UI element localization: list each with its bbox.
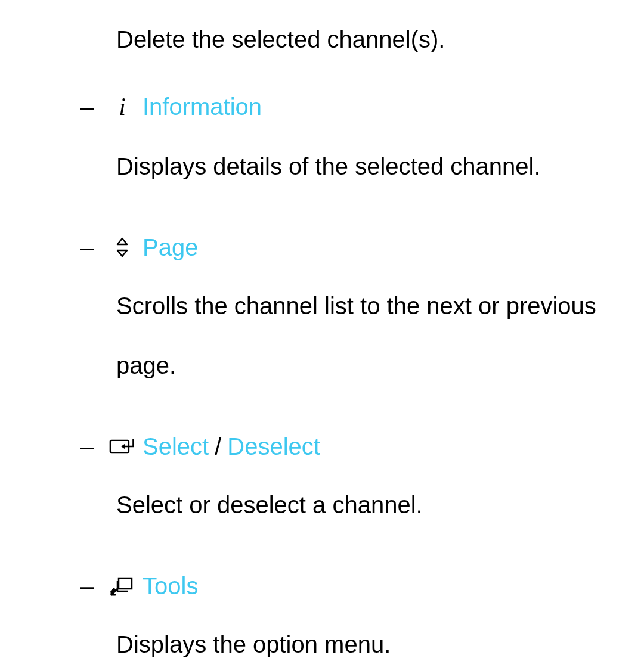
item-label: Information [143, 91, 262, 122]
bullet-dash: – [80, 91, 98, 122]
item-description: Select or deselect a channel. [116, 475, 608, 535]
bullet-dash: – [80, 431, 98, 462]
tools-icon [109, 576, 135, 596]
item-label: Page [143, 232, 198, 263]
item-header: – Tools [80, 570, 632, 601]
list-item: – Page Scrolls the channel list to the n… [12, 232, 632, 395]
item-description: Displays details of the selected channel… [116, 136, 608, 196]
item-label-deselect: Deselect [227, 431, 320, 462]
bullet-dash: – [80, 570, 98, 601]
list-item: – Tools Displays the option menu. [12, 570, 632, 658]
item-description: Scrolls the channel list to the next or … [116, 276, 608, 395]
enter-icon [109, 437, 135, 455]
page-up-down-icon [109, 237, 135, 258]
item-label-select: Select [143, 431, 209, 462]
item-header: – Select / Deselect [80, 431, 632, 462]
intro-text: Delete the selected channel(s). [116, 24, 632, 55]
info-icon: i [109, 91, 135, 123]
item-header: – Page [80, 232, 632, 263]
list-item: – Select / Deselect Select or deselect a… [12, 431, 632, 535]
list-item: – i Information Displays details of the … [12, 91, 632, 196]
item-header: – i Information [80, 91, 632, 123]
item-label: Tools [143, 570, 198, 601]
bullet-dash: – [80, 232, 98, 263]
separator: / [215, 431, 221, 462]
item-description: Displays the option menu. [116, 614, 608, 658]
